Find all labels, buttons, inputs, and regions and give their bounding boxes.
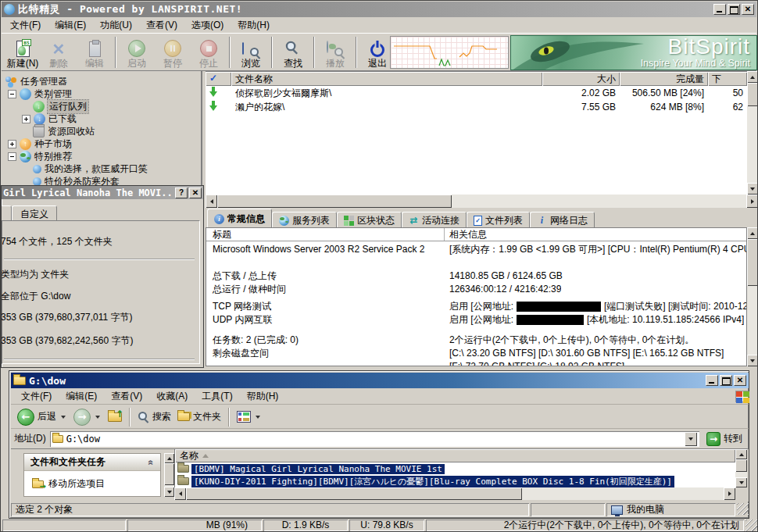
explorer-titlebar[interactable]: G:\dow [11, 373, 749, 388]
running-queue-icon: ↓ [33, 101, 45, 112]
menu-edit[interactable]: 编辑(E) [59, 388, 104, 405]
task-row[interactable]: 侦探歌剧少女福爾摩斯\ 2.02 GB 506.50 MB [24%] 50 [206, 86, 747, 100]
close-icon[interactable]: ✕ [189, 187, 202, 198]
explorer-content: 文件和文件夹任务 « 移动所选项目 名称 [11, 449, 749, 502]
menu-file[interactable]: 文件(F) [3, 17, 48, 34]
tab-services[interactable]: 服务列表 [272, 212, 337, 227]
column-speed[interactable]: 下 [708, 72, 747, 86]
column-name[interactable]: 名称 [175, 449, 735, 462]
column-completed[interactable]: 完成量 [620, 72, 708, 86]
menu-favorites[interactable]: 收藏(A) [149, 388, 195, 405]
tab-file-list[interactable]: 文件列表 [467, 212, 530, 227]
file-list-vscrollbar[interactable] [735, 449, 747, 487]
tree-item-pick1[interactable]: 我的选择，款匡威开口笑 [2, 162, 201, 175]
back-button[interactable]: ← 后退 [16, 409, 69, 426]
new-task-button[interactable]: BS 新建(N) [5, 35, 41, 70]
go-button[interactable]: → 转到 [703, 430, 745, 448]
forward-button[interactable]: → [72, 409, 103, 426]
maximize-icon[interactable] [728, 4, 740, 15]
tab-partial[interactable] [2, 205, 12, 220]
file-row[interactable]: [BDMV] Magical Girl Lyrical Nanoha The M… [175, 462, 735, 475]
minimize-icon[interactable] [713, 4, 726, 15]
properties-dialog: Girl Lyrical Nanoha The MOVI... ? ✕ 自定义 … [1, 185, 204, 368]
browse-button[interactable]: 浏览 [233, 35, 269, 70]
bitspirit-titlebar[interactable]: 比特精灵 - Powered by LANSPIRIT.NET! [2, 2, 756, 17]
close-icon[interactable] [742, 4, 754, 15]
edit-button[interactable]: 编辑 [77, 35, 113, 70]
start-button[interactable]: 启动 [119, 35, 155, 70]
menu-edit[interactable]: 编辑(E) [48, 17, 93, 34]
tab-custom[interactable]: 自定义 [12, 205, 57, 220]
resize-grip[interactable] [737, 503, 749, 515]
maximize-icon[interactable] [720, 375, 732, 386]
browse-icon [242, 43, 259, 57]
find-button[interactable]: 查找 [275, 35, 311, 70]
tree-item-seed-market[interactable]: ↑ 种子市场 [2, 137, 201, 150]
help-icon[interactable]: ? [175, 187, 188, 198]
tree-item-category[interactable]: 类别管理 [2, 87, 201, 100]
tab-connections[interactable]: 活动连接 [402, 212, 467, 227]
menu-function[interactable]: 功能(U) [93, 17, 139, 34]
expand-icon[interactable] [22, 115, 30, 123]
pause-button[interactable]: 暂停 [155, 35, 191, 70]
address-input[interactable]: G:\dow [50, 431, 699, 447]
new-task-icon: BS [16, 41, 30, 57]
explorer-statusbar: 选定 2 个对象 我的电脑 [11, 502, 749, 518]
minimize-icon[interactable] [706, 375, 718, 386]
info-panel-vscrollbar[interactable] [747, 227, 758, 366]
column-filename[interactable]: 文件名称 [231, 72, 542, 86]
chevron-down-icon[interactable] [95, 416, 100, 419]
chevron-down-icon[interactable] [61, 416, 66, 419]
collapse-icon[interactable] [8, 152, 16, 161]
menu-options[interactable]: 选项(O) [184, 17, 231, 34]
tree-item-recycle-bin[interactable]: 资源回收站 [2, 125, 201, 137]
task-row[interactable]: 濑户的花嫁\ 7.55 GB 624 MB [8%] 62 [206, 100, 747, 114]
tab-block-status[interactable]: 区块状态 [337, 212, 402, 227]
column-size[interactable]: 大小 [542, 72, 620, 86]
tree-item-special[interactable]: 特别推荐 [2, 150, 201, 162]
tree-item-running-queue[interactable]: ↓ 运行队列 [2, 100, 201, 112]
chevron-down-icon[interactable] [256, 416, 260, 419]
file-row[interactable]: [KUNO-DIY-2011 Fighting][BDMV][涼宮ハルヒの憂鬱]… [175, 475, 735, 487]
exit-icon [370, 43, 384, 57]
collapse-chevron-icon[interactable]: « [146, 459, 157, 465]
file-list-hscrollbar[interactable] [174, 487, 735, 500]
tree-item-task-manager[interactable]: 任务管理器 [2, 75, 201, 87]
check-column-header[interactable] [206, 72, 231, 86]
menu-tools[interactable]: 工具(T) [195, 388, 239, 405]
tab-network-log[interactable]: 网络日志 [530, 212, 595, 227]
info-row-tasks: 任务数: 2 (已完成: 0) 2个运行中(2个下载中, 0个上传中), 0个等… [206, 334, 746, 347]
file-list-header: 名称 [175, 449, 735, 462]
play-button[interactable]: 播放 [317, 35, 353, 70]
properties-titlebar[interactable]: Girl Lyrical Nanoha The MOVI... ? ✕ [2, 186, 203, 199]
expand-icon[interactable] [8, 140, 16, 148]
address-dropdown[interactable] [685, 432, 697, 446]
close-icon[interactable] [734, 375, 746, 386]
tree-item-pick2[interactable]: 特价秒杀防寒外套 [2, 175, 201, 185]
stop-button[interactable]: 停止 [191, 35, 227, 70]
taskpane-vscrollbar[interactable] [164, 453, 174, 497]
folders-button[interactable]: 文件夹 [176, 410, 223, 423]
status-upload-speed: U: 79.8 KB/s [349, 520, 424, 531]
delete-button[interactable]: ✕ 删除 [41, 35, 77, 70]
task-list-vscrollbar[interactable] [747, 71, 758, 195]
taskpane-header[interactable]: 文件和文件夹任务 « [24, 454, 160, 471]
blocks-icon [344, 216, 354, 226]
search-button[interactable]: 搜索 [136, 410, 173, 423]
tab-general-info[interactable]: 常规信息 [207, 209, 272, 227]
task-name: 侦探歌剧少女福爾摩斯\ [231, 87, 542, 100]
tree-item-downloaded[interactable]: ↓ 已下载 [2, 112, 201, 125]
resize-grip[interactable] [745, 520, 757, 531]
menu-view[interactable]: 查看(V) [104, 388, 149, 405]
menu-help[interactable]: 帮助(H) [240, 388, 286, 405]
menu-view[interactable]: 查看(V) [139, 17, 184, 34]
info-row-runtime: 总运行 / 做种时间 126346:00:12 / 4216:42:39 [206, 283, 746, 296]
task-list-hscrollbar[interactable] [206, 195, 758, 208]
views-button[interactable] [235, 411, 263, 423]
info-row-os: Microsoft Windows Server 2003 R2 Service… [206, 243, 746, 256]
move-selected-items[interactable]: 移动所选项目 [24, 471, 160, 491]
menu-help[interactable]: 帮助(H) [231, 17, 277, 34]
menu-file[interactable]: 文件(F) [14, 388, 59, 405]
collapse-icon[interactable] [8, 90, 16, 98]
up-button[interactable]: ↑ [106, 412, 123, 422]
